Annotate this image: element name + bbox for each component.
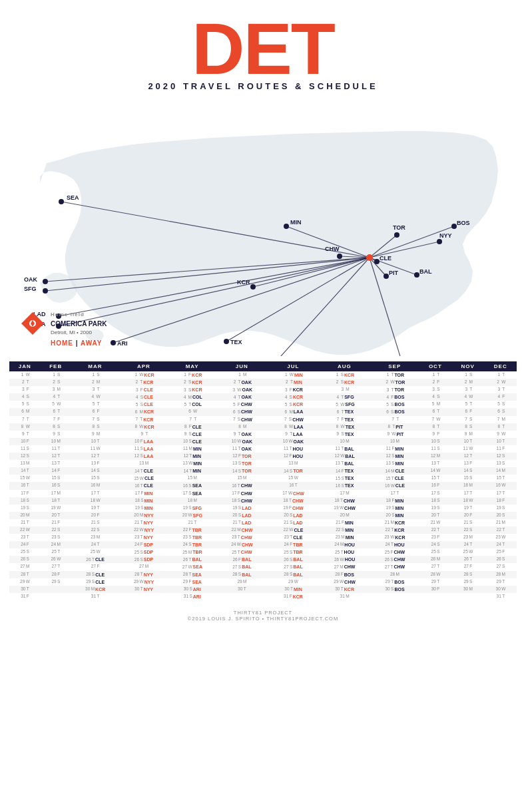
schedule-cell: 2F [419, 379, 451, 386]
svg-text:TEX: TEX [230, 339, 242, 345]
table-row: 27M27T27F27M27WSEA27SBAL27SBAL27MCHW27TC… [9, 563, 517, 570]
schedule-cell: 6SCHW [216, 408, 268, 415]
svg-text:PIT: PIT [389, 270, 399, 276]
schedule-cell: 10T [451, 438, 484, 445]
schedule-cell: 27T [419, 563, 451, 570]
schedule-cell: 20F [451, 512, 484, 519]
schedule-cell: 23W [484, 534, 517, 541]
schedule-cell: 4W [71, 393, 119, 401]
schedule-cell: 21MKCR [370, 519, 419, 526]
schedule-cell: 24THOU [370, 541, 419, 548]
schedule-cell: 14TCLE [119, 467, 168, 475]
schedule-cell: 13T [419, 460, 451, 467]
schedule-cell: 1M [216, 371, 268, 379]
schedule-cell: 11W [71, 445, 119, 453]
schedule-cell: 22S [451, 526, 484, 534]
schedule-cell: 23TNYY [119, 534, 168, 541]
schedule-cell: 9TLAA [268, 431, 319, 438]
col-may: MAY [168, 361, 216, 371]
svg-point-38 [337, 254, 342, 259]
schedule-cell: 17FCHW [216, 490, 268, 497]
schedule-cell: 12WBAL [319, 453, 370, 460]
schedule-cell: 25STBR [268, 548, 319, 556]
schedule-cell: 29WNYY [119, 578, 168, 586]
schedule-cell: 7SCHW [216, 416, 268, 423]
schedule-cell: 15T [484, 475, 517, 482]
home-label: HOME [51, 339, 73, 347]
schedule-cell: 30T [216, 586, 268, 593]
schedule-cell: 9F [419, 431, 451, 438]
svg-text:MIN: MIN [290, 219, 302, 226]
schedule-cell: 12SMIN [370, 453, 419, 460]
schedule-cell: 31T [484, 593, 517, 600]
schedule-cell: 17SSEA [168, 490, 216, 497]
schedule-cell: 3T [71, 386, 119, 393]
table-row: 14T14F14S14TCLE14TMIN14STOR14STOR14FTEX1… [9, 467, 517, 475]
schedule-cell: 17FMIN [119, 490, 168, 497]
schedule-cell: 23STBR [168, 534, 216, 541]
schedule-cell: 20M [319, 512, 370, 519]
schedule-cell: 30SARI [168, 586, 216, 593]
schedule-cell: 17T [451, 490, 484, 497]
schedule-cell: 9T [9, 431, 40, 438]
schedule-cell: 7W [419, 416, 451, 423]
schedule-cell: 18TCHW [319, 497, 370, 505]
col-jun: JUN [216, 361, 268, 371]
svg-point-22 [43, 288, 48, 294]
schedule-cell: 16F [419, 482, 451, 489]
schedule-cell: 7SCHW [268, 416, 319, 423]
schedule-cell: 30T [9, 586, 40, 593]
schedule-cell: 8WKCR [119, 423, 168, 431]
schedule-cell: 10M [370, 438, 419, 445]
schedule-cell: 11TBAL [319, 445, 370, 453]
schedule-cell: 29T [484, 578, 517, 586]
col-oct: OCT [419, 361, 451, 371]
schedule-cell: 6M [9, 408, 40, 415]
schedule-cell: 29S [451, 578, 484, 586]
schedule-cell: 8S [40, 423, 71, 431]
table-row: 11S11T11W11SLAA11MMIN11TOAK11THOU11TBAL1… [9, 445, 517, 453]
schedule-cell: 28M [484, 571, 517, 578]
schedule-cell: 22W [9, 526, 40, 534]
schedule-cell [370, 593, 419, 600]
schedule-cell: 16TCLE [119, 482, 168, 489]
schedule-cell: 7F [40, 416, 71, 423]
schedule-cell: 18FMIN [370, 497, 419, 505]
schedule-cell: 13TBAL [319, 460, 370, 467]
schedule-cell: 24STBR [168, 541, 216, 548]
schedule-cell: 25S [9, 548, 40, 556]
schedule-cell: 11THOU [268, 445, 319, 453]
schedule-cell: 6T [419, 408, 451, 415]
schedule-cell: 12FTOR [216, 453, 268, 460]
schedule-cell: 5T [451, 401, 484, 408]
schedule-cell: 25TCHW [216, 548, 268, 556]
table-row: 30T30MKCR30TNYY30SARI30T30TMIN30TKCR30SB… [9, 586, 517, 593]
schedule-cell: 22TKCR [370, 526, 419, 534]
schedule-cell: 20S [484, 512, 517, 519]
schedule-cell: 19S [419, 505, 451, 512]
schedule-cell: 7FTEX [319, 416, 370, 423]
schedule-cell: 5W [40, 401, 71, 408]
schedule-cell: 13SMIN [370, 460, 419, 467]
schedule-section: JAN FEB MAR APR MAY JUN JUL AUG SEP OCT … [0, 356, 526, 607]
svg-point-40 [374, 259, 380, 264]
schedule-cell: 15M [216, 475, 268, 482]
schedule-cell: 11FMIN [370, 445, 419, 453]
schedule-cell: 29M [216, 578, 268, 586]
schedule-cell: 1S [451, 371, 484, 379]
schedule-cell: 20M [9, 512, 40, 519]
schedule-cell: 22S [40, 526, 71, 534]
schedule-cell: 8FCLE [168, 423, 216, 431]
schedule-cell: 16TCHW [216, 482, 268, 489]
schedule-cell: 29TBOS [370, 578, 419, 586]
svg-point-20 [43, 279, 48, 284]
schedule-cell: 2WTOR [370, 379, 419, 386]
svg-text:NYY: NYY [439, 232, 452, 239]
schedule-cell: 22MCHW [216, 526, 268, 534]
table-row: 22W22S22S22WNYY22FTBR22MCHW22WCLE22SMIN2… [9, 526, 517, 534]
schedule-cell: 25S [419, 548, 451, 556]
schedule-cell: 15W [268, 475, 319, 482]
schedule-cell: 9W [484, 431, 517, 438]
schedule-cell: 11F [484, 445, 517, 453]
schedule-cell: 1S [71, 371, 119, 379]
